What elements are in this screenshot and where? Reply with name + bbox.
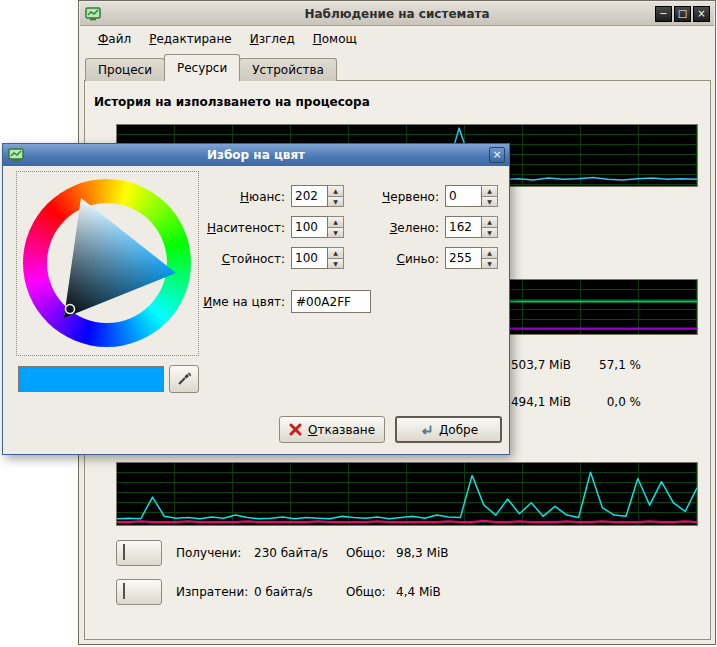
blue-label: Синьо: [355,249,439,269]
blue-up-button[interactable]: ▲ [482,247,498,259]
tab-resources[interactable]: Ресурси [164,54,240,81]
green-label: Зелено: [355,218,439,238]
minimize-button[interactable]: − [655,6,672,22]
value-spinbox: ▲▼ [291,247,345,269]
sent-color-swatch [123,583,125,599]
red-spinbox: ▲▼ [445,185,499,207]
value-input[interactable] [291,247,328,269]
memory-percent: 57,1 % [579,357,641,373]
hue-label: Нюанс: [183,187,285,207]
cancel-x-icon [289,423,302,436]
saturation-down-button[interactable]: ▼ [328,228,344,239]
close-button[interactable]: × [693,6,710,22]
color-name-input[interactable] [291,290,371,313]
color-preview [18,366,164,392]
tab-devices[interactable]: Устройства [239,58,337,81]
value-down-button[interactable]: ▼ [328,259,344,270]
menu-help[interactable]: Помощ [304,30,366,48]
received-total: 98,3 MiB [396,540,448,566]
maximize-button[interactable]: □ [674,6,691,22]
tab-processes[interactable]: Процеси [85,58,165,81]
swap-percent: 0,0 % [579,394,641,410]
menu-view[interactable]: Изглед [241,30,304,48]
main-window-title: Наблюдение на системата [304,7,489,21]
green-input[interactable] [445,216,482,238]
saturation-spinbox: ▲▼ [291,216,345,238]
hue-down-button[interactable]: ▼ [328,197,344,208]
saturation-value-triangle[interactable] [23,179,191,347]
red-down-button[interactable]: ▼ [482,197,498,208]
color-name-label: Име на цвят: [183,292,285,312]
sent-rate: 0 байта/s [254,579,313,605]
dialog-close-button[interactable]: × [489,147,505,163]
cpu-history-heading: История на използването на процесора [94,95,370,109]
tab-strip: Процеси Ресурси Устройства [85,54,336,81]
blue-down-button[interactable]: ▼ [482,259,498,270]
system-monitor-app-icon [85,6,101,22]
red-input[interactable] [445,185,482,207]
sent-total-label: Общо: [346,579,386,605]
main-titlebar[interactable]: Наблюдение на системата − □ × [80,2,714,26]
color-picker-dialog: Избор на цвят × [2,143,510,455]
cancel-button[interactable]: Отказване [279,416,385,443]
sent-color-button[interactable] [116,579,162,605]
eyedropper-button[interactable] [169,365,199,393]
eyedropper-icon [176,371,192,387]
menu-file[interactable]: Файл [89,30,140,48]
received-label: Получени: [176,540,241,566]
saturation-input[interactable] [291,216,328,238]
received-total-label: Общо: [346,540,386,566]
received-color-swatch [123,544,125,560]
dialog-app-icon [8,147,24,163]
blue-spinbox: ▲▼ [445,247,499,269]
cancel-button-label: Отказване [308,423,375,437]
received-rate: 230 байта/s [254,540,328,566]
sent-label: Изпратени: [176,579,248,605]
green-down-button[interactable]: ▼ [482,228,498,239]
green-up-button[interactable]: ▲ [482,216,498,228]
desktop: Наблюдение на системата − □ × Файл Редак… [0,0,717,647]
sent-total: 4,4 MiB [396,579,441,605]
ok-button[interactable]: Добре [395,416,502,443]
network-history-chart [116,462,698,526]
dialog-title: Избор на цвят [207,148,305,162]
saturation-up-button[interactable]: ▲ [328,216,344,228]
menubar: Файл Редактиране Изглед Помощ [81,27,713,50]
green-spinbox: ▲▼ [445,216,499,238]
red-label: Червено: [355,187,439,207]
hue-input[interactable] [291,185,328,207]
value-label: Стойност: [183,249,285,269]
dialog-titlebar[interactable]: Избор на цвят × [3,144,509,166]
hue-up-button[interactable]: ▲ [328,185,344,197]
menu-edit[interactable]: Редактиране [140,30,241,48]
saturation-label: Наситеност: [183,218,285,238]
ok-button-label: Добре [439,423,478,437]
value-up-button[interactable]: ▲ [328,247,344,259]
red-up-button[interactable]: ▲ [482,185,498,197]
ok-icon [419,423,433,437]
window-controls: − □ × [655,6,710,22]
blue-input[interactable] [445,247,482,269]
received-color-button[interactable] [116,540,162,566]
hue-spinbox: ▲▼ [291,185,345,207]
